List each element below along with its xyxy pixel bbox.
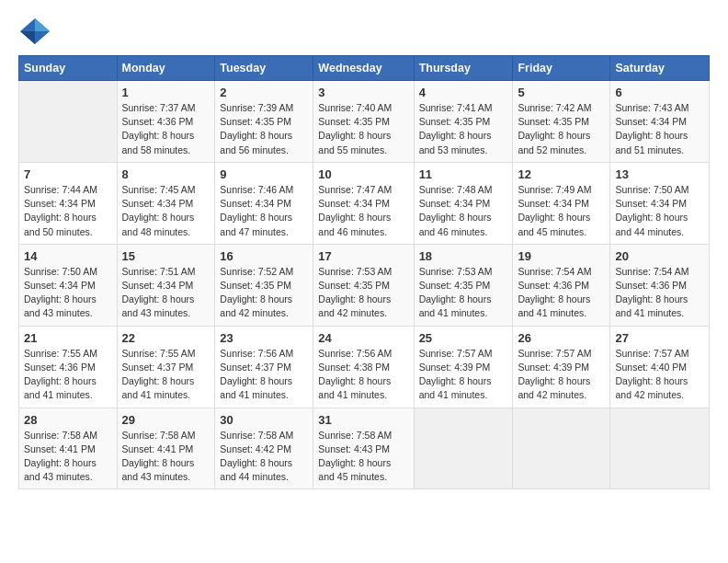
calendar-cell: 27Sunrise: 7:57 AM Sunset: 4:40 PM Dayli… (610, 326, 710, 408)
day-info: Sunrise: 7:54 AM Sunset: 4:36 PM Dayligh… (518, 265, 605, 321)
day-info: Sunrise: 7:42 AM Sunset: 4:35 PM Dayligh… (518, 101, 605, 157)
calendar-week-row: 14Sunrise: 7:50 AM Sunset: 4:34 PM Dayli… (19, 244, 710, 326)
page-header (18, 15, 710, 48)
day-info: Sunrise: 7:57 AM Sunset: 4:39 PM Dayligh… (419, 347, 508, 403)
day-info: Sunrise: 7:58 AM Sunset: 4:41 PM Dayligh… (24, 429, 112, 485)
weekday-header: Saturday (610, 56, 710, 81)
day-info: Sunrise: 7:37 AM Sunset: 4:36 PM Dayligh… (122, 101, 210, 157)
day-info: Sunrise: 7:55 AM Sunset: 4:36 PM Dayligh… (24, 347, 112, 403)
day-number: 20 (615, 249, 704, 263)
day-info: Sunrise: 7:41 AM Sunset: 4:35 PM Dayligh… (419, 101, 508, 157)
calendar-cell: 24Sunrise: 7:56 AM Sunset: 4:38 PM Dayli… (313, 326, 414, 408)
calendar-cell: 10Sunrise: 7:47 AM Sunset: 4:34 PM Dayli… (313, 162, 414, 244)
calendar-cell: 18Sunrise: 7:53 AM Sunset: 4:35 PM Dayli… (414, 244, 513, 326)
day-number: 14 (24, 249, 112, 263)
day-number: 29 (122, 413, 210, 427)
day-info: Sunrise: 7:48 AM Sunset: 4:34 PM Dayligh… (419, 183, 508, 239)
day-number: 22 (122, 331, 210, 345)
day-number: 8 (122, 167, 210, 181)
day-number: 27 (615, 331, 704, 345)
day-info: Sunrise: 7:52 AM Sunset: 4:35 PM Dayligh… (220, 265, 308, 321)
day-number: 16 (220, 249, 308, 263)
day-info: Sunrise: 7:53 AM Sunset: 4:35 PM Dayligh… (318, 265, 408, 321)
day-number: 2 (220, 86, 308, 99)
calendar-cell: 31Sunrise: 7:58 AM Sunset: 4:43 PM Dayli… (313, 408, 414, 489)
day-number: 24 (318, 331, 408, 345)
logo (18, 15, 55, 48)
day-info: Sunrise: 7:56 AM Sunset: 4:38 PM Dayligh… (318, 347, 408, 403)
day-info: Sunrise: 7:54 AM Sunset: 4:36 PM Dayligh… (615, 265, 704, 321)
day-info: Sunrise: 7:39 AM Sunset: 4:35 PM Dayligh… (220, 101, 308, 157)
calendar-cell: 19Sunrise: 7:54 AM Sunset: 4:36 PM Dayli… (513, 244, 610, 326)
day-info: Sunrise: 7:58 AM Sunset: 4:41 PM Dayligh… (122, 429, 210, 485)
calendar-cell: 22Sunrise: 7:55 AM Sunset: 4:37 PM Dayli… (117, 326, 215, 408)
day-number: 3 (318, 86, 408, 99)
calendar-cell (610, 408, 710, 489)
calendar-cell: 3Sunrise: 7:40 AM Sunset: 4:35 PM Daylig… (313, 81, 414, 163)
calendar-cell: 25Sunrise: 7:57 AM Sunset: 4:39 PM Dayli… (414, 326, 513, 408)
weekday-header: Friday (513, 56, 610, 81)
day-number: 7 (24, 167, 112, 181)
weekday-header: Monday (117, 56, 215, 81)
day-number: 15 (122, 249, 210, 263)
calendar-cell: 15Sunrise: 7:51 AM Sunset: 4:34 PM Dayli… (117, 244, 215, 326)
day-info: Sunrise: 7:44 AM Sunset: 4:34 PM Dayligh… (24, 183, 112, 239)
calendar-cell: 21Sunrise: 7:55 AM Sunset: 4:36 PM Dayli… (19, 326, 118, 408)
calendar-cell: 26Sunrise: 7:57 AM Sunset: 4:39 PM Dayli… (513, 326, 610, 408)
day-number: 1 (122, 86, 210, 99)
day-number: 13 (615, 167, 704, 181)
calendar-cell: 11Sunrise: 7:48 AM Sunset: 4:34 PM Dayli… (414, 162, 513, 244)
calendar-cell: 14Sunrise: 7:50 AM Sunset: 4:34 PM Dayli… (19, 244, 118, 326)
weekday-header: Sunday (19, 56, 118, 81)
weekday-header: Wednesday (313, 56, 414, 81)
calendar-cell: 7Sunrise: 7:44 AM Sunset: 4:34 PM Daylig… (19, 162, 118, 244)
calendar-cell: 2Sunrise: 7:39 AM Sunset: 4:35 PM Daylig… (215, 81, 313, 163)
svg-marker-1 (35, 18, 50, 31)
day-number: 4 (419, 86, 508, 99)
day-number: 6 (615, 86, 704, 99)
day-info: Sunrise: 7:45 AM Sunset: 4:34 PM Dayligh… (122, 183, 210, 239)
calendar-cell: 1Sunrise: 7:37 AM Sunset: 4:36 PM Daylig… (117, 81, 215, 163)
day-info: Sunrise: 7:57 AM Sunset: 4:39 PM Dayligh… (518, 347, 605, 403)
weekday-header: Thursday (414, 56, 513, 81)
day-number: 21 (24, 331, 112, 345)
day-number: 25 (419, 331, 508, 345)
calendar-cell: 13Sunrise: 7:50 AM Sunset: 4:34 PM Dayli… (610, 162, 710, 244)
day-number: 28 (24, 413, 112, 427)
calendar-cell: 17Sunrise: 7:53 AM Sunset: 4:35 PM Dayli… (313, 244, 414, 326)
day-info: Sunrise: 7:47 AM Sunset: 4:34 PM Dayligh… (318, 183, 408, 239)
calendar-cell: 20Sunrise: 7:54 AM Sunset: 4:36 PM Dayli… (610, 244, 710, 326)
day-number: 11 (419, 167, 508, 181)
weekday-header: Tuesday (215, 56, 313, 81)
day-number: 23 (220, 331, 308, 345)
calendar-cell: 16Sunrise: 7:52 AM Sunset: 4:35 PM Dayli… (215, 244, 313, 326)
calendar-cell: 23Sunrise: 7:56 AM Sunset: 4:37 PM Dayli… (215, 326, 313, 408)
calendar-cell: 6Sunrise: 7:43 AM Sunset: 4:34 PM Daylig… (610, 81, 710, 163)
calendar-cell: 30Sunrise: 7:58 AM Sunset: 4:42 PM Dayli… (215, 408, 313, 489)
day-info: Sunrise: 7:43 AM Sunset: 4:34 PM Dayligh… (615, 101, 704, 157)
day-number: 10 (318, 167, 408, 181)
day-info: Sunrise: 7:53 AM Sunset: 4:35 PM Dayligh… (419, 265, 508, 321)
calendar-week-row: 21Sunrise: 7:55 AM Sunset: 4:36 PM Dayli… (19, 326, 710, 408)
calendar-cell: 28Sunrise: 7:58 AM Sunset: 4:41 PM Dayli… (19, 408, 118, 489)
calendar-week-row: 28Sunrise: 7:58 AM Sunset: 4:41 PM Dayli… (19, 408, 710, 489)
day-info: Sunrise: 7:50 AM Sunset: 4:34 PM Dayligh… (615, 183, 704, 239)
day-info: Sunrise: 7:46 AM Sunset: 4:34 PM Dayligh… (220, 183, 308, 239)
day-info: Sunrise: 7:40 AM Sunset: 4:35 PM Dayligh… (318, 101, 408, 157)
day-info: Sunrise: 7:51 AM Sunset: 4:34 PM Dayligh… (122, 265, 210, 321)
calendar-cell (19, 81, 118, 163)
day-number: 30 (220, 413, 308, 427)
calendar-cell: 9Sunrise: 7:46 AM Sunset: 4:34 PM Daylig… (215, 162, 313, 244)
calendar-cell (414, 408, 513, 489)
day-number: 9 (220, 167, 308, 181)
day-number: 19 (518, 249, 605, 263)
svg-marker-2 (20, 31, 35, 44)
calendar-week-row: 7Sunrise: 7:44 AM Sunset: 4:34 PM Daylig… (19, 162, 710, 244)
day-info: Sunrise: 7:57 AM Sunset: 4:40 PM Dayligh… (615, 347, 704, 403)
calendar-cell: 29Sunrise: 7:58 AM Sunset: 4:41 PM Dayli… (117, 408, 215, 489)
weekday-header-row: SundayMondayTuesdayWednesdayThursdayFrid… (19, 56, 710, 81)
day-number: 12 (518, 167, 605, 181)
calendar-cell: 12Sunrise: 7:49 AM Sunset: 4:34 PM Dayli… (513, 162, 610, 244)
day-info: Sunrise: 7:50 AM Sunset: 4:34 PM Dayligh… (24, 265, 112, 321)
calendar-cell: 5Sunrise: 7:42 AM Sunset: 4:35 PM Daylig… (513, 81, 610, 163)
